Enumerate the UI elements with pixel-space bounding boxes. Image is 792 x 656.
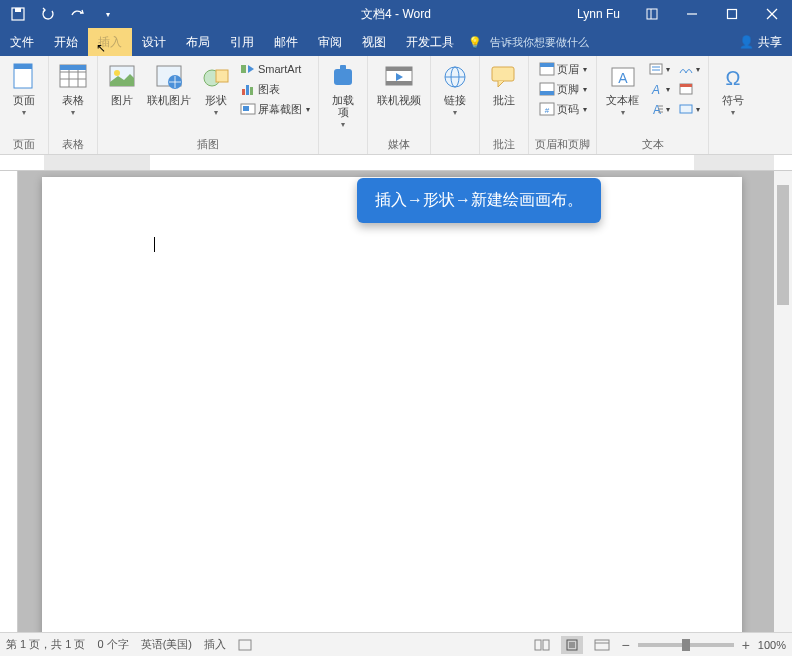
instruction-callout: 插入→形状→新建绘画画布。 — [357, 178, 601, 223]
zoom-in-button[interactable]: + — [742, 637, 750, 653]
chevron-down-icon: ▾ — [453, 108, 457, 117]
datetime-icon — [678, 81, 694, 97]
addins-icon — [328, 62, 358, 92]
horizontal-ruler[interactable] — [0, 155, 792, 171]
svg-rect-54 — [680, 105, 692, 113]
chevron-down-icon: ▾ — [621, 108, 625, 117]
insert-mode[interactable]: 插入 — [204, 637, 226, 652]
svg-rect-58 — [543, 640, 549, 650]
quickparts-button[interactable]: ▾ — [646, 60, 672, 78]
object-icon — [678, 101, 694, 117]
tab-insert[interactable]: 插入↖ — [88, 28, 132, 56]
tab-references[interactable]: 引用 — [220, 28, 264, 56]
textbox-button[interactable]: A 文本框 ▾ — [603, 60, 642, 119]
pages-button[interactable]: 页面 ▾ — [6, 60, 42, 119]
svg-rect-21 — [241, 65, 246, 73]
svg-rect-39 — [540, 91, 554, 95]
chart-button[interactable]: 图表 — [238, 80, 312, 98]
qat-dropdown-icon[interactable]: ▾ — [100, 6, 116, 22]
close-button[interactable] — [752, 0, 792, 28]
picture-button[interactable]: 图片 — [104, 60, 140, 108]
screenshot-button[interactable]: 屏幕截图▾ — [238, 100, 312, 118]
minimize-button[interactable] — [672, 0, 712, 28]
datetime-button[interactable] — [676, 80, 702, 98]
table-icon — [58, 62, 88, 92]
dropcap-button[interactable]: A▾ — [646, 100, 672, 118]
maximize-button[interactable] — [712, 0, 752, 28]
chevron-down-icon: ▾ — [22, 108, 26, 117]
zoom-slider[interactable] — [638, 643, 734, 647]
online-picture-button[interactable]: 联机图片 — [144, 60, 194, 108]
document-canvas[interactable] — [18, 171, 774, 632]
print-view-button[interactable] — [561, 636, 583, 654]
zoom-knob[interactable] — [682, 639, 690, 651]
symbol-button[interactable]: Ω 符号 ▾ — [715, 60, 751, 119]
svg-point-16 — [114, 70, 120, 76]
chevron-down-icon: ▾ — [71, 108, 75, 117]
tab-home[interactable]: 开始 — [44, 28, 88, 56]
ribbon-options-icon[interactable] — [632, 0, 672, 28]
addins-button[interactable]: 加载 项 ▾ — [325, 60, 361, 131]
chevron-down-icon: ▾ — [214, 108, 218, 117]
bulb-icon: 💡 — [468, 36, 482, 49]
vertical-ruler[interactable] — [0, 171, 18, 632]
tab-file[interactable]: 文件 — [0, 28, 44, 56]
footer-icon — [539, 81, 555, 97]
svg-rect-14 — [60, 65, 86, 70]
svg-rect-57 — [535, 640, 541, 650]
table-button[interactable]: 表格 ▾ — [55, 60, 91, 119]
wordart-icon: A — [648, 81, 664, 97]
pagenum-button[interactable]: #页码▾ — [537, 100, 589, 118]
word-count[interactable]: 0 个字 — [97, 637, 128, 652]
cursor-icon: ↖ — [96, 34, 106, 62]
language-indicator[interactable]: 英语(美国) — [141, 637, 192, 652]
tab-review[interactable]: 审阅 — [308, 28, 352, 56]
redo-icon[interactable] — [70, 6, 86, 22]
zoom-level[interactable]: 100% — [758, 639, 786, 651]
zoom-out-button[interactable]: − — [621, 637, 629, 653]
vertical-scrollbar[interactable] — [774, 171, 792, 632]
link-button[interactable]: 链接 ▾ — [437, 60, 473, 119]
shapes-button[interactable]: 形状 ▾ — [198, 60, 234, 119]
tab-developer[interactable]: 开发工具 — [396, 28, 464, 56]
online-picture-icon — [154, 62, 184, 92]
wordart-button[interactable]: A▾ — [646, 80, 672, 98]
tab-view[interactable]: 视图 — [352, 28, 396, 56]
svg-rect-56 — [239, 640, 251, 650]
parts-icon — [648, 61, 664, 77]
svg-rect-4 — [728, 10, 737, 19]
text-cursor — [154, 237, 155, 252]
chevron-down-icon: ▾ — [731, 108, 735, 117]
svg-rect-28 — [340, 65, 346, 71]
object-button[interactable]: ▾ — [676, 100, 702, 118]
svg-text:A: A — [618, 70, 628, 86]
smartart-button[interactable]: SmartArt — [238, 60, 312, 78]
comment-button[interactable]: 批注 — [486, 60, 522, 108]
footer-button[interactable]: 页脚▾ — [537, 80, 589, 98]
macro-icon[interactable] — [238, 639, 252, 651]
page[interactable] — [42, 177, 742, 632]
user-name[interactable]: Lynn Fu — [565, 7, 632, 21]
tab-design[interactable]: 设计 — [132, 28, 176, 56]
header-button[interactable]: 页眉▾ — [537, 60, 589, 78]
svg-rect-37 — [540, 63, 554, 67]
svg-text:Ω: Ω — [726, 67, 741, 89]
signature-button[interactable]: ▾ — [676, 60, 702, 78]
tell-me-input[interactable]: 告诉我你想要做什么 — [490, 35, 589, 50]
comment-icon — [489, 62, 519, 92]
save-icon[interactable] — [10, 6, 26, 22]
online-video-button[interactable]: 联机视频 — [374, 60, 424, 108]
svg-text:#: # — [544, 106, 549, 115]
video-icon — [384, 62, 414, 92]
textbox-icon: A — [608, 62, 638, 92]
page-icon — [9, 62, 39, 92]
svg-rect-27 — [334, 69, 352, 85]
tab-mail[interactable]: 邮件 — [264, 28, 308, 56]
web-view-button[interactable] — [591, 636, 613, 654]
share-button[interactable]: 👤共享 — [729, 34, 792, 51]
undo-icon[interactable] — [40, 6, 56, 22]
tab-layout[interactable]: 布局 — [176, 28, 220, 56]
scrollbar-thumb[interactable] — [777, 185, 789, 305]
readmode-view-button[interactable] — [531, 636, 553, 654]
page-indicator[interactable]: 第 1 页，共 1 页 — [6, 637, 85, 652]
